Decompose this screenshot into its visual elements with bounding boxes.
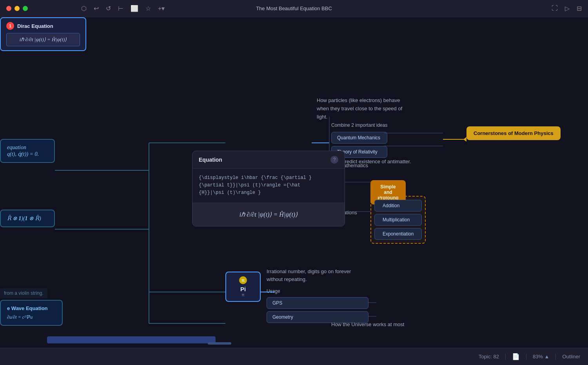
universe-info: How the Universe works at most [331,321,404,327]
popup-title: Equation [199,157,222,163]
statusbar: Topic: 82 📄 83% ▲ Outliner [0,348,588,365]
operations-items: Addition Multiplication Exponentiation [370,196,426,244]
split-icon[interactable]: ⊟ [577,5,582,12]
op-addition[interactable]: Addition [374,200,422,212]
dirac-formula-display: iℏ ∂/∂t |ψ(t)⟩ = Ĥ|ψ(t)⟩ [20,36,67,42]
bottom-blue-bar [47,336,216,343]
share-icon[interactable]: ⬡ [81,5,87,12]
pi-label: Pi [232,286,254,292]
wave-equation-node[interactable]: e Wave Equation ∂u/∂t = c²∇²u [0,300,63,326]
equation-formula-2: R̃ ⊗ 1)(1 ⊗ R̃) [7,215,48,222]
pi-description: Irrational number, digits go on forever … [267,268,368,283]
traffic-lights [6,6,28,11]
toolbar-right: ⛶ ▷ ⊟ [552,5,582,12]
svg-marker-9 [463,137,466,142]
math-node-1[interactable]: equation q(t), q̇(t)) = 0. [0,139,55,163]
popup-header: Equation ? [192,151,345,169]
math-node-2[interactable]: R̃ ⊗ 1)(1 ⊗ R̃) [0,210,55,227]
titlebar: ⬡ ↩ ↺ ⊢ ⬜ ☆ +▾ The Most Beautiful Equati… [0,0,588,17]
redo-icon[interactable]: ↺ [106,5,111,12]
pin-icon[interactable]: ⊢ [118,5,123,12]
view-icon[interactable]: ⬜ [131,5,138,12]
pi-node[interactable]: π Pi π [225,272,261,302]
equation-label: equation [7,144,48,151]
window-title: The Most Beautiful Equation BBC [256,5,332,11]
toolbar: ⬡ ↩ ↺ ⊢ ⬜ ☆ +▾ [81,5,165,12]
pi-usage-gps[interactable]: GPS [267,297,368,309]
minimize-button[interactable] [15,6,20,11]
popup-code-area: {\displaystyle i\hbar {\frac {\partial }… [192,169,345,203]
topic-status: Topic: 82 [479,354,499,360]
op-multiplication[interactable]: Multiplication [374,214,422,226]
mode-status[interactable]: Outliner [562,354,580,360]
op-exponentiation[interactable]: Exponentiation [374,228,422,240]
add-icon[interactable]: +▾ [158,5,165,12]
combine-label: Combine 2 important ideas [331,122,387,128]
status-divider-1 [505,354,506,360]
video-icon[interactable]: ▷ [565,5,570,12]
cornerstones-box[interactable]: Cornerstones of Modern Physics [466,126,561,140]
bottom-info-text: from a violin string. [0,288,47,298]
pi-badge: π [239,276,247,284]
pi-usage-label: Usage [267,288,368,294]
dirac-equation-node[interactable]: 1 Dirac Equation iℏ ∂/∂t |ψ(t)⟩ = Ĥ|ψ(t)… [0,17,86,51]
popup-close-button[interactable]: ? [330,156,338,164]
dirac-header: 1 Dirac Equation [6,22,80,30]
star-icon[interactable]: ☆ [145,5,151,12]
equation-popup: Equation ? {\displaystyle i\hbar {\frac … [192,151,345,226]
pi-info: Irrational number, digits go on forever … [267,268,368,323]
canvas: How particles (like electrons) behave wh… [0,17,588,365]
pi-usage-items: GPS Geometry [267,297,368,323]
pi-subtitle: π [232,292,254,297]
back-icon[interactable]: ↩ [94,5,99,12]
wave-formula: ∂u/∂t = c²∇²u [7,314,56,320]
popup-formula-display: iℏ ∂/∂t |ψ(t)⟩ = Ĥ|ψ(t)⟩ [240,211,298,218]
close-button[interactable] [6,6,11,11]
scrollbar-indicator[interactable] [208,342,231,345]
equation-formula-1: q(t), q̇(t)) = 0. [7,151,48,157]
document-icon: 📄 [512,353,520,360]
status-divider-2 [526,354,526,360]
dirac-formula-box: iℏ ∂/∂t |ψ(t)⟩ = Ĥ|ψ(t)⟩ [6,33,80,46]
wave-title: e Wave Equation [7,305,56,311]
fullscreen-icon[interactable]: ⛶ [552,5,558,12]
fullscreen-button[interactable] [23,6,28,11]
combine-item-qm: Quantum Mechanics [331,132,387,144]
top-info: How particles (like electrons) behave wh… [317,97,411,121]
dirac-title: Dirac Equation [17,23,53,29]
dirac-badge: 1 [6,22,14,30]
zoom-status[interactable]: 83% ▲ [533,354,550,360]
popup-preview: iℏ ∂/∂t |ψ(t)⟩ = Ĥ|ψ(t)⟩ [192,203,345,226]
status-divider-3 [555,354,556,360]
